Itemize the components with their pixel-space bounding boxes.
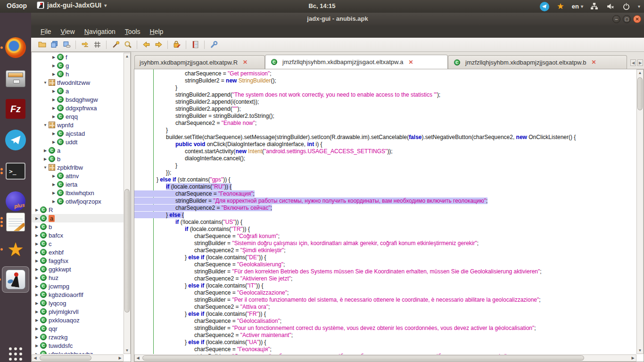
save-all-icon[interactable] xyxy=(48,39,60,50)
tree-item-bafcx[interactable]: ▶Cbafcx xyxy=(32,231,124,239)
code-vertical-scrollbar[interactable]: ▲ ▼ xyxy=(636,69,644,354)
collapsed-arrow-icon[interactable]: ▶ xyxy=(34,301,39,305)
tree-item-plvjmlgkrvll[interactable]: ▶Cplvjmlgkrvll xyxy=(32,307,124,316)
collapsed-arrow-icon[interactable]: ▶ xyxy=(43,148,48,153)
collapsed-arrow-icon[interactable]: ▶ xyxy=(34,216,39,221)
tree-item-otlwfjoqrzopx[interactable]: ▶Cotlwfjoqrzopx xyxy=(32,197,124,206)
collapsed-arrow-icon[interactable]: ▶ xyxy=(34,318,39,322)
scrollbar-thumb[interactable] xyxy=(124,189,130,313)
collapsed-arrow-icon[interactable]: ▶ xyxy=(51,140,56,144)
menu-navigation[interactable]: Navigation xyxy=(81,26,119,37)
tree-item-c[interactable]: ▶Cc xyxy=(32,239,124,248)
tree-item-erqq[interactable]: ▶Cerqq xyxy=(32,112,124,121)
collapsed-arrow-icon[interactable]: ▶ xyxy=(34,352,39,354)
expanded-arrow-icon[interactable]: ▼ xyxy=(43,81,48,85)
tree-item-bsdqghwgw[interactable]: ▶Cbsdqghwgw xyxy=(32,95,124,104)
tree-item-ufmkutohbyvybz[interactable]: ▶Cufmkutohbyvybz xyxy=(32,350,124,354)
scrollbar-thumb[interactable] xyxy=(40,355,91,361)
maximize-button[interactable]: ▢ xyxy=(623,15,631,23)
tree-item-ggkkwpt[interactable]: ▶Cggkkwpt xyxy=(32,265,124,273)
reload-icon[interactable] xyxy=(79,39,91,50)
collapsed-arrow-icon[interactable]: ▶ xyxy=(34,267,39,272)
tree-item-tuwddsfc[interactable]: ▶Ctuwddsfc xyxy=(32,341,124,350)
tree-item-a[interactable]: ▶Ca xyxy=(32,146,124,155)
edit-signature-icon[interactable] xyxy=(171,39,183,50)
tree-item-faggfsx[interactable]: ▶Cfaggfsx xyxy=(32,256,124,265)
tree-item-lbxiwhqtxn[interactable]: ▶Clbxiwhqtxn xyxy=(32,189,124,197)
volume-muted-icon[interactable] xyxy=(606,2,615,11)
menu-view[interactable]: View xyxy=(57,26,79,37)
collapsed-arrow-icon[interactable]: ▶ xyxy=(34,310,39,314)
tree-item-a[interactable]: ▶Ca xyxy=(32,214,124,222)
tree-item-exhbf[interactable]: ▶Cexhbf xyxy=(32,248,124,256)
tree-item-a[interactable]: ▶Ca xyxy=(32,87,124,95)
search-icon[interactable] xyxy=(122,39,134,50)
scroll-up-icon[interactable]: ▲ xyxy=(124,53,130,59)
collapsed-arrow-icon[interactable]: ▶ xyxy=(34,250,39,255)
collapsed-arrow-icon[interactable]: ▶ xyxy=(51,89,56,93)
launcher-item-vuze[interactable]: plus xyxy=(4,190,27,213)
close-tab-icon[interactable]: ✕ xyxy=(409,59,413,66)
collapsed-arrow-icon[interactable]: ▶ xyxy=(34,327,39,331)
menu-file[interactable]: File xyxy=(37,26,55,37)
tree-item-lyqcog[interactable]: ▶Clyqcog xyxy=(32,299,124,307)
collapsed-arrow-icon[interactable]: ▶ xyxy=(43,157,48,161)
launcher-item-show-apps[interactable] xyxy=(4,343,27,362)
tree-item-zpbkfrlbw[interactable]: ▼zpbkfrlbw xyxy=(32,163,124,172)
collapsed-arrow-icon[interactable]: ▶ xyxy=(34,344,39,348)
tab-scroll-left-icon[interactable]: ◀ xyxy=(630,59,636,66)
expanded-arrow-icon[interactable]: ▼ xyxy=(43,165,48,170)
tree-item-jcwmpg[interactable]: ▶Cjcwmpg xyxy=(32,282,124,290)
collapsed-arrow-icon[interactable]: ▶ xyxy=(51,132,56,136)
collapsed-arrow-icon[interactable]: ▶ xyxy=(34,259,39,263)
collapsed-arrow-icon[interactable]: ▶ xyxy=(51,72,56,76)
scroll-right-icon[interactable]: ▶ xyxy=(630,355,636,361)
package-tree[interactable]: ▶Cf▶Cg▶Ch▼tfwodnltzww▶Ca▶Cbsdqghwgw▶Cddg… xyxy=(32,53,124,354)
tree-item-huz[interactable]: ▶Chuz xyxy=(32,273,124,282)
power-icon[interactable] xyxy=(622,2,631,11)
minimize-button[interactable]: – xyxy=(612,15,620,23)
scroll-left-icon[interactable]: ◀ xyxy=(32,355,38,361)
export-code-icon[interactable] xyxy=(60,39,73,50)
tree-item-tfwodnltzww[interactable]: ▼tfwodnltzww xyxy=(32,78,124,87)
tree-item-R[interactable]: ▶CR xyxy=(32,206,124,214)
collapsed-arrow-icon[interactable]: ▶ xyxy=(51,106,56,110)
launcher-item-file-archiver[interactable] xyxy=(4,67,27,90)
launcher-item-filezilla[interactable]: Fz xyxy=(4,98,27,120)
scrollbar-thumb[interactable] xyxy=(637,77,643,110)
collapsed-arrow-icon[interactable]: ▶ xyxy=(34,242,39,246)
deobfuscation-icon[interactable] xyxy=(91,39,103,50)
scroll-left-icon[interactable]: ◀ xyxy=(135,355,141,361)
tab-a[interactable]: Cjmzfzllqhjsyhbm.xkdbapmjzjjsgaot.eltxat… xyxy=(265,55,448,69)
launcher-item-star[interactable]: ★ xyxy=(4,238,27,261)
launcher-item-jadx[interactable] xyxy=(2,266,29,293)
collapsed-arrow-icon[interactable]: ▶ xyxy=(34,335,39,339)
collapsed-arrow-icon[interactable]: ▶ xyxy=(34,233,39,238)
close-tab-icon[interactable]: ✕ xyxy=(592,59,596,66)
close-button[interactable]: ✕ xyxy=(633,15,641,23)
tab-b[interactable]: Cjmzfzllqhjsyhbm.xkdbapmjzjjsgaot.eltxat… xyxy=(448,55,627,69)
tree-item-wpnfd[interactable]: ▼wpnfd xyxy=(32,121,124,129)
tree-item-g[interactable]: ▶Cg xyxy=(32,61,124,70)
code-horizontal-scrollbar[interactable]: ◀ ▶ xyxy=(134,354,636,362)
tree-item-f[interactable]: ▶Cf xyxy=(32,53,124,61)
code-content[interactable]: charSequence = "Get permission";stringBu… xyxy=(134,70,636,360)
tree-item-kgbzdioaorflf[interactable]: ▶Ckgbzdioaorflf xyxy=(32,290,124,299)
tree-item-ajcstad[interactable]: ▶Cajcstad xyxy=(32,129,124,138)
nav-back-icon[interactable] xyxy=(140,39,152,50)
code-editor[interactable]: charSequence = "Get permission";stringBu… xyxy=(134,69,644,362)
tree-item-uddt[interactable]: ▶Cuddt xyxy=(32,138,124,146)
collapsed-arrow-icon[interactable]: ▶ xyxy=(51,182,56,187)
collapsed-arrow-icon[interactable]: ▶ xyxy=(51,191,56,195)
network-icon[interactable] xyxy=(590,2,599,11)
tree-item-qqr[interactable]: ▶Cqqr xyxy=(32,324,124,333)
tab-R[interactable]: jsyhbm.xkdbapmjzjjsgaot.eltxatpw.R✕ xyxy=(134,55,265,69)
window-title-bar[interactable]: jadx-gui - anubis.apk – ▢ ✕ xyxy=(31,13,644,25)
nav-forward-icon[interactable] xyxy=(152,39,165,50)
collapsed-arrow-icon[interactable]: ▶ xyxy=(51,98,56,102)
scroll-right-icon[interactable]: ▶ xyxy=(117,355,123,361)
star-tray-icon[interactable]: ★ xyxy=(556,2,565,11)
open-file-icon[interactable] xyxy=(36,39,48,50)
tree-item-rzwzkg[interactable]: ▶Crzwzkg xyxy=(32,333,124,341)
scroll-down-icon[interactable]: ▼ xyxy=(637,347,643,354)
